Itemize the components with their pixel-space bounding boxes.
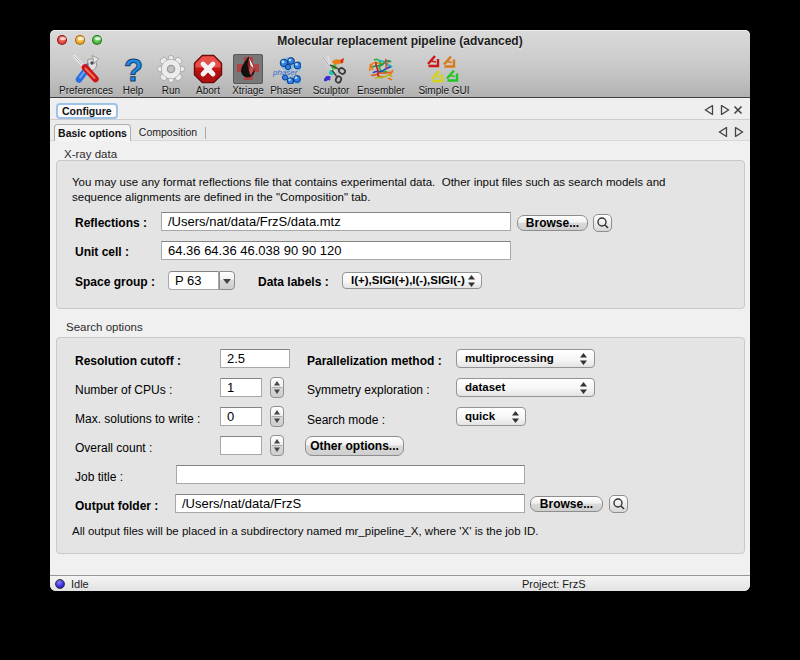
svg-text:?: ? [124, 54, 143, 84]
svg-text:phaser: phaser [272, 68, 298, 77]
